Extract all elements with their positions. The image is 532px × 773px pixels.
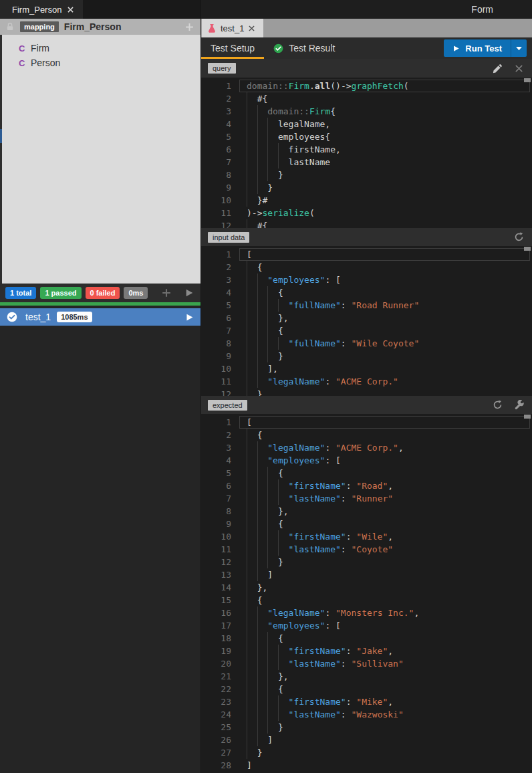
run-test-options-button[interactable] xyxy=(511,39,527,57)
code-line[interactable]: 6}, xyxy=(201,312,532,324)
code-line[interactable]: 5employees{ xyxy=(201,130,532,143)
code-line[interactable]: 3"employees": [ xyxy=(201,273,532,286)
code-line[interactable]: 1domain::Firm.all()->graphFetch( xyxy=(201,80,532,92)
code-line[interactable]: 21}, xyxy=(201,670,532,683)
code-line[interactable]: 9{ xyxy=(201,518,532,530)
code-line[interactable]: 12} xyxy=(201,388,532,396)
code-line[interactable]: 25} xyxy=(201,721,532,734)
code-line[interactable]: 8} xyxy=(201,169,532,181)
close-icon[interactable] xyxy=(249,25,255,31)
code-line[interactable]: 2{ xyxy=(201,429,532,441)
code-line[interactable]: 4"employees": [ xyxy=(201,454,532,467)
refresh-icon[interactable] xyxy=(493,400,503,410)
passed-count-badge: 1 passed xyxy=(40,287,81,299)
code-line[interactable]: 20"lastName": "Sullivan" xyxy=(201,657,532,670)
code-line[interactable]: 11)->serialize( xyxy=(201,207,532,219)
total-time-badge: 0ms xyxy=(124,287,148,299)
code-line[interactable]: 9} xyxy=(201,350,532,362)
scroll-indicator-thumb xyxy=(0,129,2,143)
class-icon: C xyxy=(19,43,31,53)
caret-down-icon xyxy=(516,46,522,51)
close-icon[interactable] xyxy=(68,7,74,13)
code-line[interactable]: 3domain::Firm{ xyxy=(201,105,532,118)
code-line[interactable]: 4legalName, xyxy=(201,118,532,130)
code-line[interactable]: 7"lastName": "Runner" xyxy=(201,492,532,505)
code-line[interactable]: 23"firstName": "Mike", xyxy=(201,695,532,708)
query-panel-header: query xyxy=(201,59,532,78)
tab-label: Test Setup xyxy=(211,43,255,53)
code-line[interactable]: 12#{ xyxy=(201,219,532,228)
add-test-icon[interactable] xyxy=(162,288,171,298)
query-editor[interactable]: 1domain::Firm.all()->graphFetch(2#{3doma… xyxy=(201,78,532,228)
test-summary-bar: 1 total 1 passed 0 failed 0ms xyxy=(0,284,201,302)
form-mode-label[interactable]: Form xyxy=(471,4,493,15)
code-line[interactable]: 5"fullName": "Road Runner" xyxy=(201,299,532,312)
tree-item-label: Person xyxy=(31,58,60,68)
left-panel-empty-area xyxy=(0,326,201,773)
code-line[interactable]: 9} xyxy=(201,181,532,194)
code-line[interactable]: 12} xyxy=(201,556,532,568)
tree-item-person[interactable]: C Person xyxy=(0,56,201,70)
code-line[interactable]: 1[ xyxy=(201,248,532,261)
code-line[interactable]: 8}, xyxy=(201,505,532,518)
code-line[interactable]: 13] xyxy=(201,568,532,581)
wrench-icon[interactable] xyxy=(514,400,524,410)
tab-test_1[interactable]: test_1 xyxy=(202,19,263,37)
flask-icon xyxy=(208,23,216,33)
tab-firm-person-mapping[interactable]: Firm_Person xyxy=(0,0,83,19)
code-line[interactable]: 14}, xyxy=(201,581,532,594)
code-line[interactable]: 18{ xyxy=(201,632,532,645)
code-line[interactable]: 10], xyxy=(201,362,532,375)
overview-ruler-mark xyxy=(524,415,531,419)
mapping-title: Firm_Person xyxy=(64,21,185,32)
code-line[interactable]: 2#{ xyxy=(201,92,532,105)
code-line[interactable]: 6firstName, xyxy=(201,143,532,156)
code-line[interactable]: 24"lastName": "Wazwoski" xyxy=(201,708,532,721)
run-test-button[interactable]: Run Test xyxy=(444,39,511,57)
run-all-tests-icon[interactable] xyxy=(184,288,194,298)
scroll-indicator-strip xyxy=(0,35,2,284)
test-name: test_1 xyxy=(25,312,51,322)
tab-test-setup[interactable]: Test Setup xyxy=(201,37,264,59)
run-test-icon[interactable] xyxy=(185,313,194,322)
code-line[interactable]: 7lastName xyxy=(201,156,532,169)
code-line[interactable]: 1[ xyxy=(201,416,532,429)
code-line[interactable]: 19"firstName": "Jake", xyxy=(201,645,532,657)
top-right-bar: Form xyxy=(201,0,532,19)
code-line[interactable]: 3"legalName": "ACME Corp.", xyxy=(201,441,532,454)
code-line[interactable]: 2{ xyxy=(201,261,532,273)
code-line[interactable]: 11"lastName": "Coyote" xyxy=(201,543,532,556)
plus-icon[interactable] xyxy=(185,23,194,31)
code-line[interactable]: 6"firstName": "Road", xyxy=(201,479,532,492)
class-icon: C xyxy=(19,58,31,68)
close-icon[interactable] xyxy=(514,64,524,74)
tree-item-firm[interactable]: C Firm xyxy=(0,41,201,56)
overview-ruler-mark xyxy=(524,78,531,82)
code-line[interactable]: 10}# xyxy=(201,194,532,207)
tab-test-result[interactable]: Test Result xyxy=(264,37,344,59)
mapping-panel-header: mapping Firm_Person xyxy=(0,19,201,35)
code-line[interactable]: 10"firstName": "Wile", xyxy=(201,530,532,543)
code-line[interactable]: 4{ xyxy=(201,286,532,299)
code-line[interactable]: 28] xyxy=(201,759,532,772)
mapping-element-tree: C Firm C Person xyxy=(0,35,201,284)
expected-result-editor[interactable]: 1[2{3"legalName": "ACME Corp.",4"employe… xyxy=(201,414,532,773)
tab-label: Test Result xyxy=(289,43,335,53)
code-line[interactable]: 8"fullName": "Wile Coyote" xyxy=(201,337,532,350)
legend-studio-mapping-test-view: Firm_Person Form mapping Firm_Person C F… xyxy=(0,0,532,773)
input-data-editor[interactable]: 1[2{3"employees": [4{5"fullName": "Road … xyxy=(201,246,532,396)
code-line[interactable]: 17"employees": [ xyxy=(201,619,532,632)
code-line[interactable]: 16"legalName": "Monsters Inc.", xyxy=(201,606,532,619)
total-count-badge: 1 total xyxy=(5,287,36,299)
pencil-icon[interactable] xyxy=(493,64,503,74)
refresh-icon[interactable] xyxy=(514,232,524,242)
code-line[interactable]: 5{ xyxy=(201,467,532,479)
code-line[interactable]: 7{ xyxy=(201,324,532,337)
code-line[interactable]: 15{ xyxy=(201,594,532,606)
code-line[interactable]: 11"legalName": "ACME Corp." xyxy=(201,375,532,388)
test-row-test_1[interactable]: test_1 1085ms xyxy=(0,308,201,326)
lock-icon xyxy=(5,22,15,31)
code-line[interactable]: 22{ xyxy=(201,683,532,695)
code-line[interactable]: 27} xyxy=(201,746,532,759)
code-line[interactable]: 26] xyxy=(201,734,532,746)
